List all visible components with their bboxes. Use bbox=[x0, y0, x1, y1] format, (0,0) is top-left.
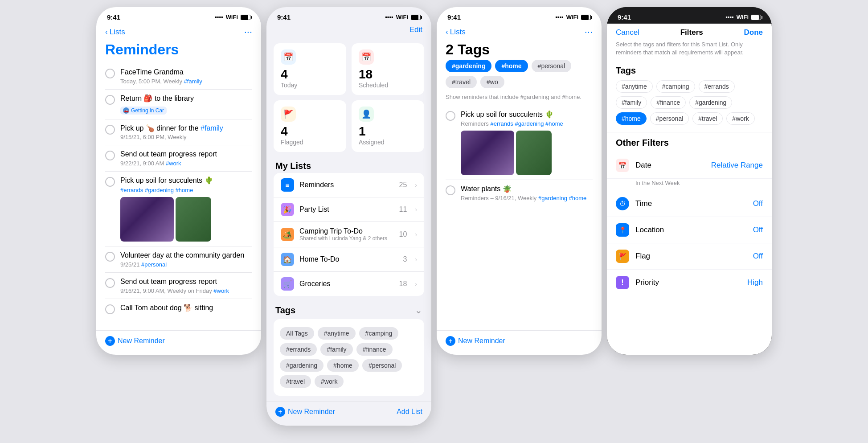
reminder-checkbox[interactable] bbox=[105, 278, 115, 288]
list-row-reminders[interactable]: ≡ Reminders 25 › bbox=[274, 173, 424, 197]
tag-home[interactable]: #home bbox=[327, 359, 359, 372]
battery-icon-3 bbox=[581, 15, 591, 20]
edit-button[interactable]: Edit bbox=[409, 25, 422, 34]
reminder-checkbox[interactable] bbox=[105, 151, 115, 160]
tag-badge: 🚗 Getting in Car bbox=[120, 107, 167, 115]
more-button-1[interactable]: ··· bbox=[244, 26, 252, 38]
new-reminder-button-2[interactable]: + New Reminder bbox=[275, 407, 335, 417]
groceries-count: 18 bbox=[399, 280, 407, 288]
tags-show-subtitle: Show reminders that include #gardening a… bbox=[437, 94, 602, 106]
tag-errands[interactable]: #errands bbox=[280, 343, 317, 356]
chevron-icon: › bbox=[415, 181, 417, 189]
tag-finance[interactable]: #finance bbox=[356, 343, 393, 356]
active-tag-gardening[interactable]: #gardening bbox=[446, 60, 491, 72]
list-row-home[interactable]: 🏠 Home To-Do 3 › bbox=[274, 247, 424, 272]
filter-name-date: Date bbox=[635, 161, 705, 170]
other-tag-personal[interactable]: #personal bbox=[532, 60, 572, 72]
filter-tag-personal[interactable]: #personal bbox=[650, 112, 689, 125]
filter-name-location: Location bbox=[635, 226, 747, 234]
filter-tag-anytime[interactable]: #anytime bbox=[616, 80, 653, 93]
tag-personal[interactable]: #personal bbox=[362, 359, 402, 372]
cancel-button[interactable]: Cancel bbox=[616, 28, 639, 37]
more-button-3[interactable]: ··· bbox=[585, 26, 593, 38]
summary-card-scheduled[interactable]: 📅 18 Scheduled bbox=[352, 43, 424, 95]
reminder-title: Return 🎒 to the library bbox=[120, 94, 252, 103]
filter-tag-finance[interactable]: #finance bbox=[651, 96, 686, 109]
back-button-1[interactable]: ‹ Lists bbox=[105, 28, 125, 37]
filter-row-flag[interactable]: 🚩 Flag Off bbox=[607, 243, 772, 270]
active-tag-home[interactable]: #home bbox=[495, 60, 528, 72]
filter-row-location[interactable]: 📍 Location Off bbox=[607, 217, 772, 243]
reminder-item[interactable]: Pick up soil for succulents 🌵 #errands #… bbox=[105, 172, 252, 246]
reminder-sub-3a: Reminders #errands #gardening #home bbox=[461, 120, 593, 127]
filter-tag-camping[interactable]: #camping bbox=[656, 80, 695, 93]
tag-work[interactable]: #work bbox=[315, 375, 344, 388]
filter-row-date[interactable]: 📅 Date Relative Range bbox=[607, 152, 772, 179]
reminder-item-3b[interactable]: Water plants 🪴 Reminders – 9/16/21, Week… bbox=[446, 180, 593, 206]
list-row-camping[interactable]: 🏕️ Camping Trip To-Do Shared with Lucind… bbox=[274, 222, 424, 247]
filter-tag-work[interactable]: #work bbox=[726, 112, 754, 125]
filter-row-priority[interactable]: ! Priority High bbox=[607, 270, 772, 295]
add-list-button[interactable]: Add List bbox=[397, 408, 422, 416]
filter-name-priority: Priority bbox=[635, 278, 741, 287]
reminder-item[interactable]: FaceTime Grandma Today, 5:00 PM, Weekly … bbox=[105, 63, 252, 90]
filter-row-time[interactable]: ⏱ Time Off bbox=[607, 191, 772, 217]
reminder-item[interactable]: Send out team progress report 9/16/21, 9… bbox=[105, 273, 252, 299]
today-icon: 📅 bbox=[281, 49, 296, 65]
done-button[interactable]: Done bbox=[744, 28, 763, 37]
nav-bar-1: ‹ Lists ··· bbox=[96, 24, 261, 41]
reminder-item[interactable]: Call Tom about dog 🐕 sitting bbox=[105, 299, 252, 319]
new-reminder-button-1[interactable]: + New Reminder bbox=[105, 336, 165, 346]
reminder-content: Return 🎒 to the library 🚗 Getting in Car bbox=[120, 94, 252, 115]
reminder-checkbox[interactable] bbox=[105, 125, 115, 135]
filter-tag-family[interactable]: #family bbox=[616, 96, 647, 109]
camping-info: Camping Trip To-Do Shared with Lucinda Y… bbox=[299, 227, 394, 242]
chevron-left-icon-3: ‹ bbox=[446, 28, 448, 37]
reminder-item[interactable]: Send out team progress report 9/22/21, 9… bbox=[105, 145, 252, 172]
tag-family[interactable]: #family bbox=[320, 343, 352, 356]
tag-gardening[interactable]: #gardening bbox=[280, 359, 323, 372]
reminder-checkbox[interactable] bbox=[105, 95, 115, 105]
signal-icon-2: ▪▪▪▪ bbox=[385, 14, 393, 21]
reminder-title: FaceTime Grandma bbox=[120, 68, 252, 77]
summary-card-flagged[interactable]: 🚩 4 Flagged bbox=[274, 100, 346, 152]
tag-anytime[interactable]: #anytime bbox=[318, 327, 356, 340]
reminder-item-3a[interactable]: Pick up soil for succulents 🌵 Reminders … bbox=[446, 106, 593, 180]
back-button-3[interactable]: ‹ Lists bbox=[446, 28, 466, 37]
summary-card-today[interactable]: 📅 4 Today bbox=[274, 43, 346, 95]
list-row-party[interactable]: 🎉 Party List 11 › bbox=[274, 197, 424, 222]
reminder-list-1: FaceTime Grandma Today, 5:00 PM, Weekly … bbox=[96, 63, 261, 319]
other-tag-travel[interactable]: #travel bbox=[446, 76, 477, 88]
reminder-item[interactable]: Pick up 🍗 dinner for the #family 9/15/21… bbox=[105, 119, 252, 146]
reminder-content-3b: Water plants 🪴 Reminders – 9/16/21, Week… bbox=[461, 185, 593, 201]
reminder-checkbox[interactable] bbox=[105, 304, 115, 314]
reminder-sub: 9/25/21 #personal bbox=[120, 261, 252, 268]
new-reminder-button-3[interactable]: + New Reminder bbox=[446, 336, 505, 346]
other-tag-wo[interactable]: #wo bbox=[480, 76, 504, 88]
assigned-label: Assigned bbox=[359, 139, 417, 146]
reminder-checkbox[interactable] bbox=[105, 177, 115, 187]
reminder-item[interactable]: Volunteer day at the community garden 9/… bbox=[105, 246, 252, 273]
today-label: Today bbox=[281, 82, 339, 89]
reminder-checkbox-3b[interactable] bbox=[446, 185, 455, 195]
summary-card-assigned[interactable]: 👤 1 Assigned bbox=[352, 100, 424, 152]
filter-tag-travel[interactable]: #travel bbox=[692, 112, 723, 125]
list-row-groceries[interactable]: 🛒 Groceries 18 › bbox=[274, 272, 424, 296]
reminder-checkbox-3a[interactable] bbox=[446, 111, 455, 121]
filter-tag-gardening[interactable]: #gardening bbox=[689, 96, 732, 109]
reminder-checkbox[interactable] bbox=[105, 69, 115, 78]
filter-tag-errands[interactable]: #errands bbox=[699, 80, 735, 93]
battery-icon-4 bbox=[751, 15, 761, 20]
tag-camping[interactable]: #camping bbox=[359, 327, 399, 340]
tag-travel[interactable]: #travel bbox=[280, 375, 311, 388]
reminder-title-3b: Water plants 🪴 bbox=[461, 185, 593, 194]
succulent-image-3a bbox=[461, 131, 514, 175]
status-icons-1: ▪▪▪▪ WiFi bbox=[215, 14, 250, 21]
assigned-count: 1 bbox=[359, 124, 417, 139]
reminder-checkbox[interactable] bbox=[105, 252, 115, 262]
reminder-title-3a: Pick up soil for succulents 🌵 bbox=[461, 110, 593, 119]
tags-toggle-icon[interactable]: ⌄ bbox=[415, 305, 422, 316]
reminder-item[interactable]: Return 🎒 to the library 🚗 Getting in Car bbox=[105, 90, 252, 119]
filter-tag-home[interactable]: #home bbox=[616, 112, 647, 125]
tag-all[interactable]: All Tags bbox=[280, 327, 314, 340]
